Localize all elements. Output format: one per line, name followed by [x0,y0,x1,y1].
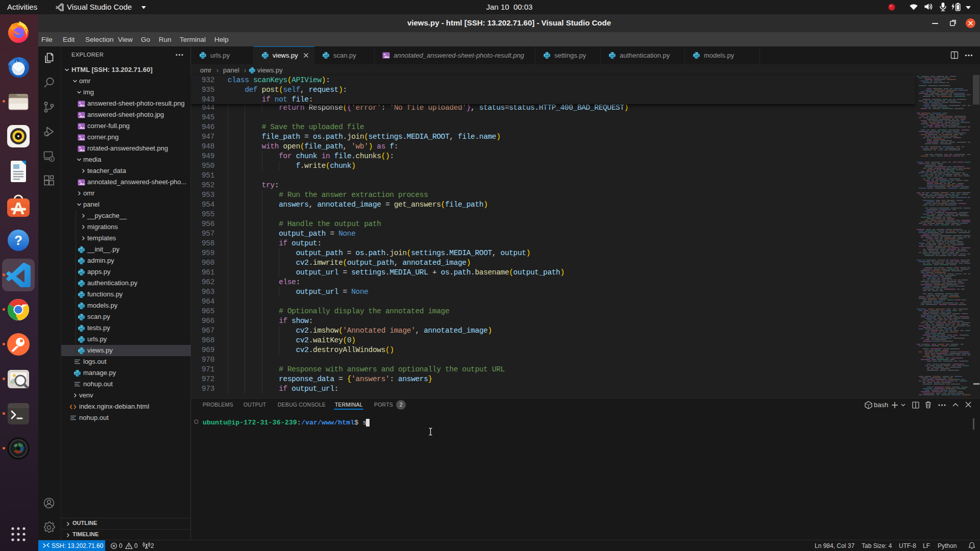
svg-text:?: ? [14,233,22,248]
